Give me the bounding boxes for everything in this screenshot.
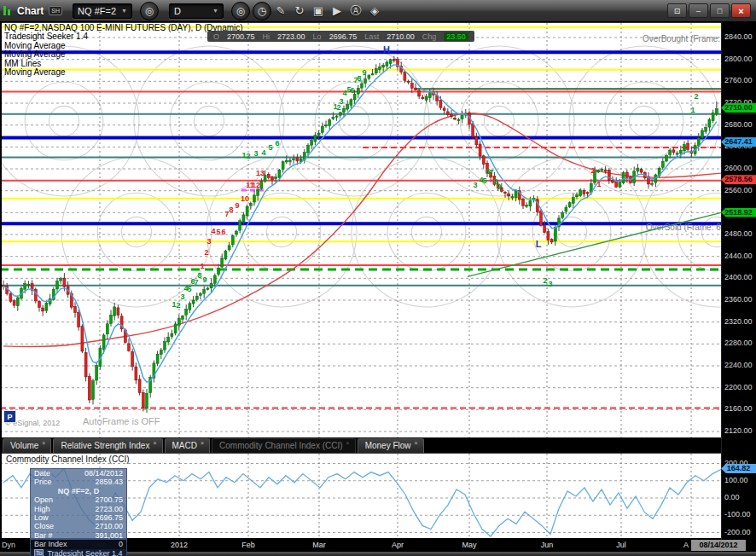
price-axis-label: 2280.00 — [724, 339, 753, 347]
price-axis-label: 2200.00 — [724, 383, 753, 391]
quote-label: Hi — [263, 32, 270, 41]
data-window: Date08/14/2012Price2859.43NQ #F=2, DOpen… — [30, 468, 127, 556]
price-axis-label: 2320.00 — [724, 317, 753, 326]
cci-axis-label: -100.00 — [724, 510, 751, 518]
chart-window: Chart SH NQ #F=2 ▼ ◎ D ▼ ◎◷✎↻▣▶Ⓐ◈ ⊡–□× N… — [0, 0, 756, 556]
restore-button[interactable]: ⊡ — [667, 3, 687, 18]
chart-badge: SH — [49, 6, 62, 15]
symbol-lookup-icon: ◎ — [236, 5, 245, 17]
data-window-footer-row: ToTradesight Seeker 1.4 — [31, 549, 126, 556]
date-axis-label: 2012 — [171, 541, 188, 549]
interval-combo[interactable]: D ▼ — [169, 3, 224, 19]
maximize-button[interactable]: □ — [710, 3, 730, 18]
data-window-row: Price2859.43 — [31, 478, 126, 486]
eraser-button[interactable]: ◈ — [365, 4, 384, 17]
minimize-button[interactable]: – — [689, 3, 708, 18]
tab-close-icon[interactable]: × — [415, 440, 418, 446]
price-axis-label: 2800.00 — [724, 55, 753, 63]
auto-button[interactable]: Ⓐ — [346, 3, 365, 19]
time-interval-button[interactable]: ◷ — [253, 2, 271, 20]
tab-label: Money Flow — [365, 441, 411, 450]
date-axis-label: May — [462, 541, 476, 549]
tab-relative-strength-index[interactable]: Relative Strength Index× — [53, 438, 162, 453]
price-axis-label: 2760.00 — [724, 76, 753, 84]
oversold-label: OverSold (Frame: 64) — [646, 223, 729, 232]
data-window-row: Close2710.00 — [31, 522, 126, 530]
tab-close-icon[interactable]: × — [201, 440, 204, 446]
quote-label: Chg — [422, 32, 437, 41]
cci-axis-label: 100.00 — [724, 476, 748, 484]
window-title: Chart — [17, 5, 44, 17]
eraser-icon: ◈ — [370, 4, 379, 17]
symbol-lookup-button[interactable]: ◎ — [231, 2, 250, 20]
quote-label: O — [213, 32, 219, 41]
data-window-row: High2723.00 — [31, 505, 126, 513]
tab-label: Commodity Channel Index (CCI) — [219, 441, 343, 450]
interval-combo-value: D — [174, 6, 181, 16]
quote-value: 2696.75 — [329, 32, 358, 41]
tab-close-icon[interactable]: × — [346, 440, 350, 446]
price-axis-label: 2440.00 — [724, 252, 753, 260]
price-axis-label: 2840.00 — [724, 32, 753, 41]
close-button[interactable]: × — [731, 3, 751, 18]
tab-macd[interactable]: MACD× — [165, 438, 211, 453]
draw-pencil-icon: ✎ — [276, 4, 286, 17]
tab-label: Volume — [10, 441, 38, 450]
price-tag: 2647.41 — [721, 137, 756, 147]
tab-money-flow[interactable]: Money Flow× — [358, 438, 424, 453]
price-axis-label: 2400.00 — [724, 273, 753, 281]
data-window-row: NQ #F=2, D — [31, 487, 126, 495]
chevron-down-icon: ▼ — [121, 8, 127, 14]
price-axis-label: 2120.00 — [724, 426, 753, 435]
notes-icon: ▣ — [313, 4, 323, 17]
play-icon: ▶ — [333, 4, 341, 17]
date-axis-label: Feb — [241, 541, 255, 549]
data-window-row: Date08/14/2012 — [31, 469, 126, 478]
tab-close-icon[interactable]: × — [153, 440, 156, 446]
data-window-row: Low2696.75 — [31, 513, 126, 522]
indicator-icon: To — [34, 549, 44, 556]
price-tag: 2578.56 — [721, 175, 756, 184]
title-bar: Chart SH NQ #F=2 ▼ ◎ D ▼ ◎◷✎↻▣▶Ⓐ◈ ⊡–□× — [0, 0, 756, 22]
play-button[interactable]: ▶ — [328, 4, 346, 17]
data-window-footer-row: Bar Index0 — [31, 540, 126, 548]
tab-close-icon[interactable]: × — [42, 440, 45, 446]
price-axis-label: 2680.00 — [724, 120, 753, 129]
price-axis-label: 2360.00 — [724, 295, 753, 304]
indicator-tab-strip: Volume×Relative Strength Index×MACD×Comm… — [0, 437, 721, 453]
price-chart-canvas[interactable] — [0, 22, 721, 437]
price-axis-label: 2600.00 — [724, 164, 753, 172]
chevron-down-icon: ▼ — [212, 8, 218, 14]
reload-button[interactable]: ↻ — [290, 4, 309, 17]
quote-value: 2710.00 — [387, 32, 415, 41]
tab-label: Relative Strength Index — [61, 441, 149, 450]
time-interval-icon: ◷ — [258, 5, 266, 17]
symbol-combo-value: NQ #F=2 — [78, 6, 116, 16]
date-axis-label: Jul — [616, 541, 626, 549]
quote-value: 2700.75 — [227, 32, 255, 41]
price-axis-label: 2560.00 — [724, 186, 753, 194]
cci-panel-title: Commodity Channel Index (CCI) — [6, 455, 130, 464]
date-axis-label: Mar — [312, 541, 326, 549]
symbol-lookup-button[interactable]: ◎ — [140, 2, 159, 20]
chart-app-icon — [3, 6, 10, 15]
symbol-combo[interactable]: NQ #F=2 ▼ — [73, 3, 132, 19]
cci-tag: 164.82 — [721, 464, 756, 473]
quote-value: 23.50 — [444, 32, 468, 41]
data-window-row: Open2700.75 — [31, 495, 126, 504]
tab-volume[interactable]: Volume× — [3, 438, 51, 453]
reload-icon: ↻ — [295, 4, 305, 17]
cci-axis-label: -200.00 — [724, 528, 751, 536]
quote-label: Lo — [313, 32, 322, 41]
data-window-row: Bar #391,001 — [31, 531, 126, 540]
overbought-label: OverBought (Frame: 64 — [643, 34, 732, 43]
price-tag: 2710.00 — [721, 103, 756, 113]
draw-pencil-button[interactable]: ✎ — [271, 4, 290, 17]
notes-button[interactable]: ▣ — [309, 4, 328, 17]
price-axis-label: 2160.00 — [724, 404, 753, 413]
tab-commodity-channel-index-cci[interactable]: Commodity Channel Index (CCI)× — [212, 438, 356, 453]
p-marker: P — [3, 410, 16, 423]
date-axis-label: Apr — [392, 541, 404, 549]
date-axis-partial: A — [683, 541, 689, 549]
autoframe-status: AutoFrame is OFF — [83, 416, 160, 426]
